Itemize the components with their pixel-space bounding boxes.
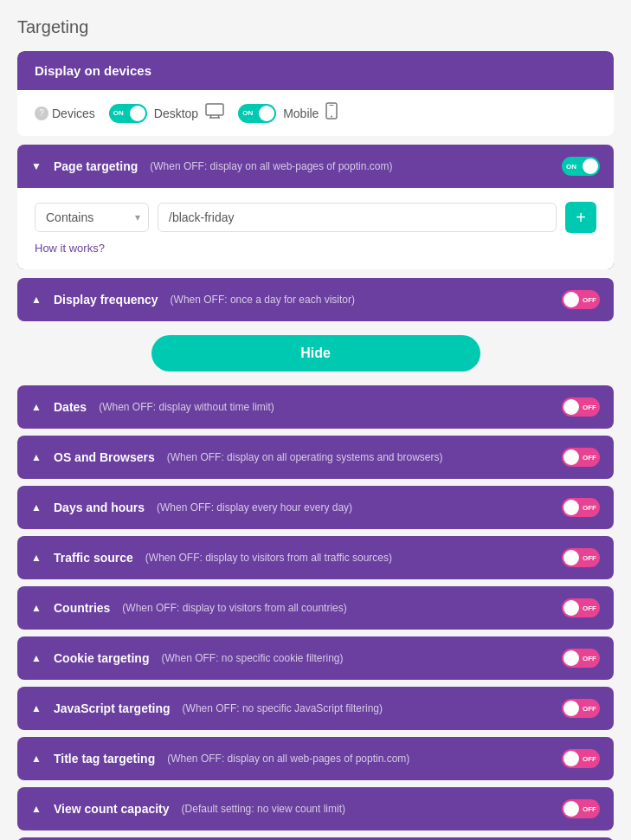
chevron-icon-traffic-source: ▲ (31, 552, 45, 564)
section-desc-days-hours: (When OFF: display every hour every day) (157, 501, 352, 514)
section-row-cookie-targeting[interactable]: ▲ Cookie targeting (When OFF: no specifi… (17, 636, 614, 680)
section-title-dates: Dates (54, 400, 87, 414)
section-title-javascript-targeting: JavaScript targeting (54, 701, 171, 715)
section-title-os-browsers: OS and Browsers (54, 450, 155, 464)
section-row-countries[interactable]: ▲ Countries (When OFF: display to visito… (17, 586, 614, 630)
toggle-dates[interactable] (562, 397, 600, 417)
mobile-toggle[interactable] (238, 104, 276, 123)
devices-label: ? Devices (35, 107, 95, 120)
section-left-javascript-targeting: ▲ JavaScript targeting (When OFF: no spe… (31, 701, 383, 715)
chevron-icon-dates: ▲ (31, 401, 45, 413)
page-targeting-desc: (When OFF: display on all web-pages of p… (150, 160, 392, 172)
section-left-title-tag: ▲ Title tag targeting (When OFF: display… (31, 752, 409, 766)
section-left-view-count: ▲ View count capacity (Default setting: … (31, 802, 345, 816)
sections-container: ▲ Dates (When OFF: display without time … (17, 385, 614, 840)
page-targeting-left: ▼ Page targeting (When OFF: display on a… (31, 159, 392, 173)
toggle-cookie-targeting[interactable] (562, 649, 600, 668)
hide-btn-container: Hide (17, 335, 614, 372)
desktop-device-item: Desktop (109, 103, 224, 123)
devices-body: ? Devices Desktop Mobile (17, 90, 614, 136)
mobile-icon (325, 102, 338, 124)
section-left-traffic-source: ▲ Traffic source (When OFF: display to v… (31, 551, 392, 565)
section-desc-countries: (When OFF: display to visitors from all … (122, 602, 346, 614)
section-left-os-browsers: ▲ OS and Browsers (When OFF: display on … (31, 450, 443, 464)
section-desc-traffic-source: (When OFF: display to visitors from all … (145, 552, 392, 564)
page-targeting-toggle[interactable] (562, 157, 600, 176)
page-targeting-body: Contains Does not contain Equals Starts … (17, 188, 614, 269)
section-title-title-tag: Title tag targeting (54, 752, 155, 766)
section-row-os-browsers[interactable]: ▲ OS and Browsers (When OFF: display on … (17, 436, 614, 479)
chevron-icon-javascript-targeting: ▲ (31, 702, 45, 714)
section-title-countries: Countries (54, 601, 110, 615)
chevron-icon-os-browsers: ▲ (31, 451, 45, 463)
section-desc-os-browsers: (When OFF: display on all operating syst… (167, 451, 443, 463)
display-frequency-chevron-icon: ▲ (31, 294, 45, 306)
toggle-days-hours[interactable] (562, 498, 600, 517)
section-desc-javascript-targeting: (When OFF: no specific JavaScript filter… (183, 702, 383, 714)
how-it-works-link[interactable]: How it works? (35, 242, 105, 255)
section-row-javascript-targeting[interactable]: ▲ JavaScript targeting (When OFF: no spe… (17, 687, 614, 730)
toggle-traffic-source[interactable] (562, 548, 600, 567)
section-title-view-count: View count capacity (54, 802, 170, 816)
desktop-label: Desktop (154, 107, 198, 120)
section-desc-title-tag: (When OFF: display on all web-pages of p… (167, 753, 409, 765)
display-frequency-title: Display frequency (54, 293, 158, 307)
section-title-cookie-targeting: Cookie targeting (54, 651, 149, 665)
display-frequency-row[interactable]: ▲ Display frequency (When OFF: once a da… (17, 278, 614, 321)
page-targeting-chevron-icon: ▼ (31, 160, 45, 172)
filter-select-wrapper: Contains Does not contain Equals Starts … (35, 203, 149, 232)
page-targeting-header: ▼ Page targeting (When OFF: display on a… (17, 145, 614, 188)
filter-select[interactable]: Contains Does not contain Equals Starts … (35, 203, 149, 232)
chevron-icon-days-hours: ▲ (31, 501, 45, 514)
page-targeting-title: Page targeting (54, 159, 138, 173)
desktop-icon (205, 103, 224, 123)
display-frequency-left: ▲ Display frequency (When OFF: once a da… (31, 293, 355, 307)
devices-help-icon[interactable]: ? (35, 107, 48, 120)
section-desc-cookie-targeting: (When OFF: no specific cookie filtering) (161, 652, 343, 664)
filter-input[interactable] (158, 203, 557, 232)
hide-button[interactable]: Hide (151, 335, 480, 372)
section-desc-view-count: (Default setting: no view count limit) (182, 803, 345, 815)
toggle-os-browsers[interactable] (562, 448, 600, 467)
page-targeting-card: ▼ Page targeting (When OFF: display on a… (17, 145, 614, 269)
mobile-label: Mobile (283, 107, 319, 120)
section-row-dates[interactable]: ▲ Dates (When OFF: display without time … (17, 385, 614, 429)
section-title-days-hours: Days and hours (54, 501, 145, 514)
display-frequency-toggle[interactable] (562, 290, 600, 309)
svg-rect-0 (206, 104, 223, 115)
add-filter-button[interactable]: + (565, 202, 596, 233)
section-row-traffic-source[interactable]: ▲ Traffic source (When OFF: display to v… (17, 536, 614, 579)
filter-row: Contains Does not contain Equals Starts … (35, 202, 596, 233)
section-desc-dates: (When OFF: display without time limit) (99, 401, 274, 413)
chevron-icon-view-count: ▲ (31, 803, 45, 815)
section-left-days-hours: ▲ Days and hours (When OFF: display ever… (31, 501, 352, 514)
devices-card: Display on devices ? Devices Desktop (17, 51, 614, 136)
section-left-cookie-targeting: ▲ Cookie targeting (When OFF: no specifi… (31, 651, 344, 665)
svg-point-5 (331, 116, 332, 118)
chevron-icon-cookie-targeting: ▲ (31, 652, 45, 664)
toggle-view-count[interactable] (562, 799, 600, 818)
section-row-days-hours[interactable]: ▲ Days and hours (When OFF: display ever… (17, 486, 614, 529)
section-title-traffic-source: Traffic source (54, 551, 133, 565)
toggle-javascript-targeting[interactable] (562, 699, 600, 718)
section-row-title-tag[interactable]: ▲ Title tag targeting (When OFF: display… (17, 737, 614, 780)
devices-header: Display on devices (17, 51, 614, 90)
toggle-countries[interactable] (562, 598, 600, 617)
section-row-view-count[interactable]: ▲ View count capacity (Default setting: … (17, 787, 614, 830)
chevron-icon-title-tag: ▲ (31, 753, 45, 765)
section-left-countries: ▲ Countries (When OFF: display to visito… (31, 601, 347, 615)
mobile-device-item: Mobile (238, 102, 338, 124)
page-title: Targeting (17, 17, 614, 37)
section-left-dates: ▲ Dates (When OFF: display without time … (31, 400, 274, 414)
chevron-icon-countries: ▲ (31, 602, 45, 614)
display-frequency-desc: (When OFF: once a day for each visitor) (171, 294, 355, 306)
toggle-title-tag[interactable] (562, 749, 600, 768)
desktop-toggle[interactable] (109, 104, 147, 123)
